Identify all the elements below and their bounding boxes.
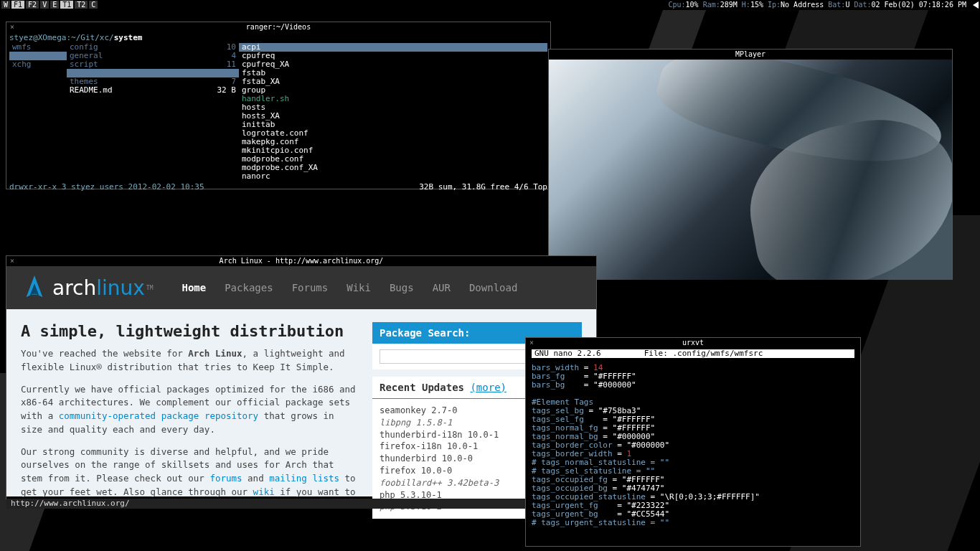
list-item[interactable]: fstab bbox=[239, 69, 547, 77]
main-nav[interactable]: HomePackagesForumsWikiBugsAURDownload bbox=[182, 282, 517, 293]
list-item[interactable]: xchg bbox=[9, 60, 67, 69]
list-item[interactable]: hosts bbox=[239, 103, 547, 112]
list-item[interactable]: modprobe.conf_XA bbox=[239, 164, 547, 172]
video-frame: BLUE ST bbox=[549, 60, 952, 280]
nav-forums[interactable]: Forums bbox=[292, 282, 329, 293]
main-content: A simple, lightweight distribution You'v… bbox=[21, 322, 359, 484]
tag-W[interactable]: W bbox=[1, 1, 10, 9]
nano-header: GNU nano 2.2.6File: .config/wmfs/wmfsrc bbox=[532, 349, 854, 358]
browser-title: Arch Linux - http://www.archlinux.org/ bbox=[220, 257, 384, 265]
nano-body[interactable]: bars_width = 14bars_fg = "#FFFFFF"bars_b… bbox=[532, 364, 854, 527]
forums-link[interactable]: forums bbox=[209, 473, 242, 484]
site-header: archlinuxTM HomePackagesForumsWikiBugsAU… bbox=[6, 266, 596, 309]
mplayer-titlebar: MPlayer bbox=[549, 50, 952, 60]
recent-heading: Recent Updates bbox=[380, 382, 470, 393]
ranger-col-current[interactable]: config10general4script11system31themes7R… bbox=[67, 43, 239, 183]
nav-download[interactable]: Download bbox=[469, 282, 517, 293]
nav-home[interactable]: Home bbox=[182, 282, 206, 293]
more-link[interactable]: (more) bbox=[470, 382, 507, 393]
list-item[interactable]: README.md32 B bbox=[67, 86, 239, 95]
list-item[interactable]: fstab_XA bbox=[239, 77, 547, 86]
urxvt-titlebar: × urxvt bbox=[526, 338, 860, 348]
mplayer-title: MPlayer bbox=[735, 50, 765, 58]
nano-editor[interactable]: GNU nano 2.2.6File: .config/wmfs/wmfsrc … bbox=[526, 348, 860, 529]
repo-link[interactable]: community-operated package repository bbox=[59, 410, 258, 421]
urxvt-window[interactable]: × urxvt GNU nano 2.2.6File: .config/wmfs… bbox=[525, 337, 861, 547]
nav-aur[interactable]: AUR bbox=[433, 282, 451, 293]
ranger-col-parent[interactable]: wmfsxcxchg bbox=[9, 43, 67, 183]
browser-titlebar: × Arch Linux - http://www.archlinux.org/ bbox=[6, 256, 596, 266]
ranger-titlebar: × ranger:~/Videos bbox=[6, 22, 550, 32]
tag-F1[interactable]: F1 bbox=[11, 1, 24, 9]
list-item[interactable]: acpi bbox=[239, 43, 547, 52]
list-item[interactable]: cpufreq_XA bbox=[239, 60, 547, 69]
close-icon[interactable]: × bbox=[10, 22, 14, 32]
tag-E[interactable]: E bbox=[50, 1, 59, 9]
ranger-title: ranger:~/Videos bbox=[246, 23, 311, 31]
list-item[interactable]: handler.sh bbox=[239, 95, 547, 103]
list-item[interactable]: nanorc bbox=[239, 172, 547, 181]
close-icon[interactable]: × bbox=[10, 256, 14, 266]
wiki-link[interactable]: wiki bbox=[253, 486, 275, 497]
browser-window[interactable]: × Arch Linux - http://www.archlinux.org/… bbox=[6, 255, 597, 499]
urxvt-title: urxvt bbox=[682, 339, 704, 347]
tag-T1[interactable]: T1 bbox=[60, 1, 73, 9]
arch-logo[interactable]: archlinuxTM bbox=[21, 274, 153, 301]
nav-bugs[interactable]: Bugs bbox=[390, 282, 414, 293]
mailing-lists-link[interactable]: mailing lists bbox=[269, 473, 339, 484]
config-line: bars_bg = "#000000" bbox=[532, 381, 854, 390]
mplayer-window[interactable]: MPlayer BLUE ST bbox=[548, 49, 953, 280]
workspace-tags[interactable]: WF1F2VET1T2C bbox=[1, 0, 99, 10]
video-overlay-text: BLUE ST bbox=[549, 60, 556, 280]
status-info: Cpu:10% Ram:289M H:15% Ip:No Address Bat… bbox=[668, 0, 979, 10]
arch-logo-icon bbox=[21, 274, 48, 301]
tag-F2[interactable]: F2 bbox=[26, 1, 39, 9]
list-item[interactable]: hosts_XA bbox=[239, 112, 547, 121]
ranger-window[interactable]: × ranger:~/Videos styez@XOmega:~/Git/xc/… bbox=[6, 22, 551, 189]
config-line: # tags_urgent_statusline = "" bbox=[532, 519, 854, 527]
ranger-path: styez@XOmega:~/Git/xc/system bbox=[9, 34, 547, 42]
page-heading: A simple, lightweight distribution bbox=[21, 322, 359, 340]
tag-T2[interactable]: T2 bbox=[75, 1, 88, 9]
tag-C[interactable]: C bbox=[89, 1, 98, 9]
close-icon[interactable]: × bbox=[529, 338, 534, 348]
nav-wiki[interactable]: Wiki bbox=[347, 282, 371, 293]
ranger-col-preview[interactable]: acpicpufreqcpufreq_XAfstabfstab_XAgrouph… bbox=[239, 43, 547, 183]
ranger-statusline: drwxr-xr-x 3 styez users 2012-02-02 10:3… bbox=[9, 183, 547, 192]
browser-statusbar: http://www.archlinux.org/ bbox=[6, 499, 596, 509]
status-bar: WF1F2VET1T2C Cpu:10% Ram:289M H:15% Ip:N… bbox=[0, 0, 980, 10]
tag-V[interactable]: V bbox=[40, 1, 49, 9]
nav-packages[interactable]: Packages bbox=[225, 282, 273, 293]
volume-icon[interactable] bbox=[973, 1, 979, 9]
